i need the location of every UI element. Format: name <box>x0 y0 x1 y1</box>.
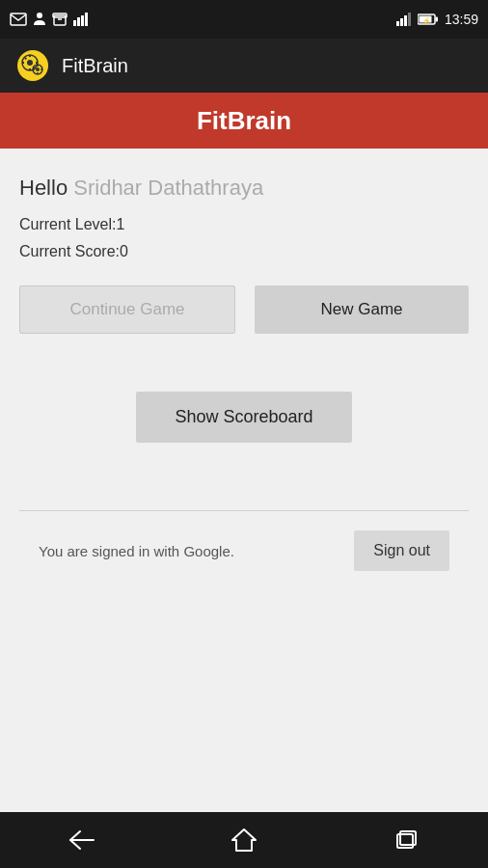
svg-rect-0 <box>11 14 26 25</box>
time-display: 13:59 <box>445 12 478 27</box>
sign-out-button[interactable]: Sign out <box>354 530 449 571</box>
current-score: Current Score:0 <box>19 243 469 260</box>
svg-rect-7 <box>81 15 84 26</box>
signed-in-text: You are signed in with Google. <box>39 543 234 559</box>
header-banner-title: FitBrain <box>197 106 291 136</box>
status-bar-right: ⚡ 13:59 <box>396 12 478 27</box>
recents-icon <box>395 829 419 851</box>
svg-rect-5 <box>73 20 76 26</box>
home-button[interactable] <box>220 816 268 864</box>
svg-marker-33 <box>232 829 256 851</box>
footer: You are signed in with Google. Sign out <box>19 511 469 590</box>
svg-point-1 <box>37 13 42 18</box>
svg-point-27 <box>36 68 40 71</box>
main-content: Hello Sridhar Dathathraya Current Level:… <box>0 149 488 610</box>
recents-button[interactable] <box>383 816 431 864</box>
header-banner: FitBrain <box>0 93 488 149</box>
hello-label: Hello <box>19 176 68 200</box>
hello-text: Hello Sridhar Dathathraya <box>19 176 469 201</box>
back-button[interactable] <box>57 816 105 864</box>
svg-rect-8 <box>85 13 88 26</box>
svg-text:⚡: ⚡ <box>422 16 431 25</box>
svg-point-19 <box>27 60 33 66</box>
scoreboard-section: Show Scoreboard <box>19 392 469 443</box>
svg-rect-6 <box>77 17 80 26</box>
continue-game-button[interactable]: Continue Game <box>19 285 235 334</box>
username-text: Sridhar Dathathraya <box>73 176 263 200</box>
person-icon <box>33 12 46 27</box>
gmail-icon <box>10 13 27 26</box>
svg-line-24 <box>25 58 26 59</box>
status-bar-left-icons <box>10 12 89 27</box>
svg-rect-14 <box>435 17 438 22</box>
svg-rect-9 <box>396 21 399 26</box>
svg-rect-12 <box>408 13 411 26</box>
status-bar: ⚡ 13:59 <box>0 0 488 39</box>
game-buttons-row: Continue Game New Game <box>19 285 469 334</box>
new-game-button[interactable]: New Game <box>255 285 469 334</box>
bars-icon <box>73 13 89 26</box>
app-bar-title: FitBrain <box>62 55 128 77</box>
home-icon <box>230 827 258 853</box>
app-logo-icon <box>15 48 50 83</box>
app-bar: FitBrain <box>0 39 488 93</box>
svg-rect-10 <box>400 18 403 26</box>
svg-rect-11 <box>404 15 407 26</box>
current-level: Current Level:1 <box>19 216 469 233</box>
storage-icon <box>52 12 68 27</box>
signal-icon <box>396 13 412 26</box>
battery-icon: ⚡ <box>418 14 439 25</box>
back-icon <box>67 829 95 851</box>
bottom-nav-bar <box>0 812 488 868</box>
show-scoreboard-button[interactable]: Show Scoreboard <box>136 392 351 443</box>
